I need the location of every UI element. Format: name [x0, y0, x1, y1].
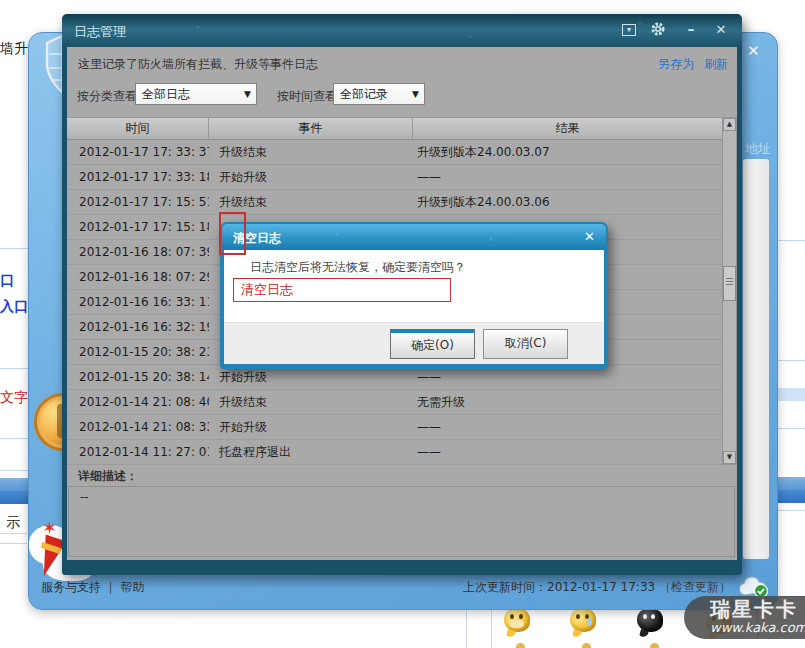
- chevron-down-icon: ▼: [244, 84, 251, 104]
- bomb-emoji[interactable]: [637, 608, 663, 632]
- settings-gear-icon[interactable]: [650, 21, 668, 37]
- bg-banner-bar: [776, 490, 805, 503]
- table-row[interactable]: 2012-01-17 17: 33: 37升级结束升级到版本24.00.03.0…: [67, 140, 722, 165]
- cell-result: ——: [413, 440, 722, 464]
- panel-content-edge: [743, 159, 769, 559]
- cell-time: 2012-01-16 16: 33: 11: [67, 290, 209, 314]
- cell-result: 升级到版本24.00.03.07: [413, 140, 722, 164]
- window-title: 日志管理: [74, 23, 126, 41]
- ok-button[interactable]: 确定(O): [390, 329, 475, 359]
- log-table-header: 时间 事件 结果: [67, 117, 722, 140]
- scroll-down-icon[interactable]: ▼: [723, 451, 736, 464]
- footer-divider: ｜: [105, 580, 117, 594]
- bg-divider: [0, 368, 30, 369]
- table-row[interactable]: 2012-01-14 21: 08: 40升级结束无需升级: [67, 390, 722, 415]
- cell-event: 开始升级: [209, 165, 413, 189]
- help-link[interactable]: 帮助: [120, 580, 144, 594]
- dialog-message: 日志清空后将无法恢复，确定要清空吗？: [250, 259, 466, 276]
- cell-time: 2012-01-15 20: 38: 14: [67, 365, 209, 389]
- time-filter-select[interactable]: 全部记录 ▼: [333, 83, 425, 105]
- cell-time: 2012-01-17 17: 33: 18: [67, 165, 209, 189]
- emoji-partial-icon: [516, 643, 525, 648]
- refresh-link[interactable]: 刷新: [704, 56, 728, 73]
- dialog-titlebar: 清空日志 ✕: [222, 224, 606, 250]
- cancel-button[interactable]: 取消(C): [483, 329, 568, 359]
- panel-close-icon[interactable]: ✕: [747, 42, 760, 60]
- dialog-close-icon[interactable]: ✕: [584, 229, 595, 244]
- emoji-partial-icon: [582, 643, 591, 648]
- table-row[interactable]: 2012-01-17 17: 33: 18开始升级——: [67, 165, 722, 190]
- bg-partial-red-text: 文字: [0, 389, 28, 407]
- bg-divider: [0, 438, 30, 439]
- watermark-brand: 瑞星卡卡: [710, 598, 805, 620]
- close-icon[interactable]: ✕: [712, 22, 730, 38]
- tear-emoji[interactable]: [570, 608, 596, 632]
- cell-time: 2012-01-16 16: 32: 19: [67, 315, 209, 339]
- header-event[interactable]: 事件: [209, 118, 413, 139]
- log-window-titlebar: 日志管理 ▾ – ✕: [62, 14, 742, 47]
- save-as-link[interactable]: 另存为: [658, 56, 694, 73]
- watermark-url: www.kaka.com: [710, 620, 805, 635]
- scrollbar-thumb[interactable]: [723, 266, 736, 301]
- header-result[interactable]: 结果: [413, 118, 722, 139]
- detail-description-panel: --: [68, 486, 735, 557]
- support-link[interactable]: 服务与支持: [41, 580, 101, 594]
- bg-divider: [776, 428, 805, 429]
- table-row[interactable]: 2012-01-17 17: 15: 51升级结束升级到版本24.00.03.0…: [67, 190, 722, 215]
- cell-result: 升级到版本24.00.03.06: [413, 190, 722, 214]
- cell-event: 升级结束: [209, 390, 413, 414]
- skin-menu-icon[interactable]: ▾: [620, 22, 638, 38]
- cell-result: 无需升级: [413, 390, 722, 414]
- cell-time: 2012-01-14 21: 08: 33: [67, 415, 209, 439]
- last-update-time: 上次更新时间：2012-01-17 17:33: [463, 580, 655, 594]
- address-label: 地址: [745, 140, 771, 158]
- detail-description-value: --: [80, 490, 89, 504]
- cell-event: 托盘程序退出: [209, 440, 413, 464]
- cell-event: 升级结束: [209, 190, 413, 214]
- table-scrollbar[interactable]: ▲ ▼: [722, 117, 737, 465]
- cell-time: 2012-01-16 18: 07: 29: [67, 265, 209, 289]
- bg-divider: [0, 248, 30, 249]
- minimize-icon[interactable]: –: [682, 22, 700, 38]
- cell-event: 开始升级: [209, 415, 413, 439]
- cell-result: ——: [413, 165, 722, 189]
- check-update-link[interactable]: （检查更新）: [659, 580, 731, 594]
- cell-time: 2012-01-17 17: 33: 37: [67, 140, 209, 164]
- annotation-highlight-box: 清空日志: [233, 278, 451, 302]
- annotation-click-target-box: [219, 212, 246, 255]
- category-filter-label: 按分类查看: [77, 88, 137, 105]
- bg-banner-bar: [776, 477, 805, 490]
- log-description: 这里记录了防火墙所有拦截、升级等事件日志: [78, 56, 318, 73]
- category-filter-select[interactable]: 全部日志 ▼: [135, 83, 257, 105]
- time-filter-label: 按时间查看: [277, 88, 337, 105]
- bg-partial-link-1[interactable]: 口: [0, 272, 14, 290]
- screenshot-root: 墙升 口 入口 文字 示 瑞星卡卡 www.kaka.com: [0, 0, 805, 648]
- cell-time: 2012-01-17 17: 15: 18: [67, 215, 209, 239]
- table-row[interactable]: 2012-01-14 11: 27: 01托盘程序退出——: [67, 440, 722, 465]
- header-time[interactable]: 时间: [67, 118, 209, 139]
- bg-partial-text-top: 墙升: [0, 40, 28, 58]
- panel-footer: 服务与支持 ｜ 帮助 上次更新时间：2012-01-17 17:33 （检查更新…: [29, 573, 777, 603]
- table-row[interactable]: 2012-01-14 21: 08: 33开始升级——: [67, 415, 722, 440]
- chevron-down-icon: ▼: [412, 84, 419, 104]
- bg-partial-link-2[interactable]: 入口: [0, 298, 28, 316]
- bg-divider: [776, 360, 805, 361]
- cell-result: ——: [413, 415, 722, 439]
- bg-divider: [776, 240, 805, 241]
- hand-over-mouth-emoji[interactable]: [504, 608, 530, 632]
- scroll-up-icon[interactable]: ▲: [723, 118, 736, 131]
- bg-divider: [776, 510, 805, 511]
- emoji-partial-icon: [650, 643, 659, 648]
- kaka-watermark: 瑞星卡卡 www.kaka.com: [684, 596, 805, 639]
- bg-divider: [0, 533, 27, 534]
- cell-time: 2012-01-14 21: 08: 40: [67, 390, 209, 414]
- cell-time: 2012-01-17 17: 15: 51: [67, 190, 209, 214]
- cell-time: 2012-01-16 18: 07: 39: [67, 240, 209, 264]
- bg-divider: [0, 543, 27, 544]
- cell-time: 2012-01-15 20: 38: 23: [67, 340, 209, 364]
- cell-event: 升级结束: [209, 140, 413, 164]
- dialog-body: 日志清空后将无法恢复，确定要清空吗？ 确定(O) 取消(C): [224, 250, 604, 363]
- bg-band: [776, 388, 805, 401]
- dialog-button-row: 确定(O) 取消(C): [224, 322, 604, 364]
- cell-time: 2012-01-14 11: 27: 01: [67, 440, 209, 464]
